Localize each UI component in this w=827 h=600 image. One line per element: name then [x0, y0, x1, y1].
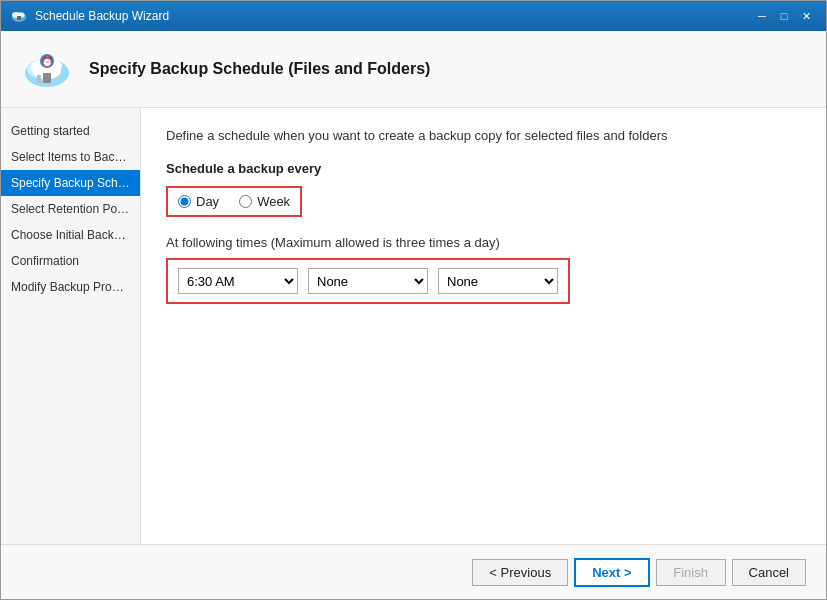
- week-radio[interactable]: [239, 195, 252, 208]
- minimize-button[interactable]: ─: [752, 7, 772, 25]
- titlebar-controls: ─ □ ✕: [752, 7, 816, 25]
- time3-select[interactable]: None 6:00 PM 8:00 PM 10:00 PM: [438, 268, 558, 294]
- times-label: At following times (Maximum allowed is t…: [166, 235, 801, 250]
- titlebar: Schedule Backup Wizard ─ □ ✕: [1, 1, 826, 31]
- previous-button[interactable]: < Previous: [472, 559, 568, 586]
- window-title: Schedule Backup Wizard: [35, 9, 169, 23]
- finish-button[interactable]: Finish: [656, 559, 726, 586]
- cancel-button[interactable]: Cancel: [732, 559, 806, 586]
- sidebar-item-specify-schedule[interactable]: Specify Backup Schedu...: [1, 170, 140, 196]
- svg-rect-14: [43, 73, 51, 83]
- sidebar-item-confirmation[interactable]: Confirmation: [1, 248, 140, 274]
- week-radio-option[interactable]: Week: [239, 194, 290, 209]
- next-button[interactable]: Next >: [574, 558, 649, 587]
- time1-select[interactable]: 6:30 AM 7:00 AM 8:00 AM 9:00 AM 12:00 PM: [178, 268, 298, 294]
- sidebar: Getting started Select Items to Backup S…: [1, 108, 141, 544]
- sidebar-item-modify-progress[interactable]: Modify Backup Progress: [1, 274, 140, 300]
- titlebar-left: Schedule Backup Wizard: [11, 8, 169, 24]
- sidebar-item-retention[interactable]: Select Retention Policy ...: [1, 196, 140, 222]
- wizard-header: ⏰ Specify Backup Schedule (Files and Fol…: [1, 31, 826, 108]
- times-container: 6:30 AM 7:00 AM 8:00 AM 9:00 AM 12:00 PM…: [166, 258, 570, 304]
- svg-text:⏰: ⏰: [41, 55, 54, 68]
- schedule-label: Schedule a backup every: [166, 161, 801, 176]
- day-radio[interactable]: [178, 195, 191, 208]
- svg-rect-3: [15, 18, 17, 21]
- description-text: Define a schedule when you want to creat…: [166, 128, 801, 143]
- close-button[interactable]: ✕: [796, 7, 816, 25]
- wizard-footer: < Previous Next > Finish Cancel: [1, 544, 826, 599]
- svg-rect-13: [37, 75, 41, 83]
- time1-wrapper: 6:30 AM 7:00 AM 8:00 AM 9:00 AM 12:00 PM: [178, 268, 298, 294]
- time3-wrapper: None 6:00 PM 8:00 PM 10:00 PM: [438, 268, 558, 294]
- week-label: Week: [257, 194, 290, 209]
- day-radio-option[interactable]: Day: [178, 194, 219, 209]
- app-icon: [11, 8, 27, 24]
- page-title: Specify Backup Schedule (Files and Folde…: [89, 60, 430, 78]
- day-label: Day: [196, 194, 219, 209]
- wizard-body: Getting started Select Items to Backup S…: [1, 108, 826, 544]
- wizard-icon: ⏰: [21, 43, 73, 95]
- time2-wrapper: None 12:00 PM 3:00 PM 6:00 PM: [308, 268, 428, 294]
- sidebar-item-choose-backup[interactable]: Choose Initial Backup T...: [1, 222, 140, 248]
- main-window: Schedule Backup Wizard ─ □ ✕ ⏰ Specify B: [0, 0, 827, 600]
- schedule-frequency-group: Day Week: [166, 186, 302, 217]
- time2-select[interactable]: None 12:00 PM 3:00 PM 6:00 PM: [308, 268, 428, 294]
- maximize-button[interactable]: □: [774, 7, 794, 25]
- main-content: Define a schedule when you want to creat…: [141, 108, 826, 544]
- sidebar-item-getting-started[interactable]: Getting started: [1, 118, 140, 144]
- svg-rect-4: [17, 16, 21, 20]
- sidebar-item-select-items[interactable]: Select Items to Backup: [1, 144, 140, 170]
